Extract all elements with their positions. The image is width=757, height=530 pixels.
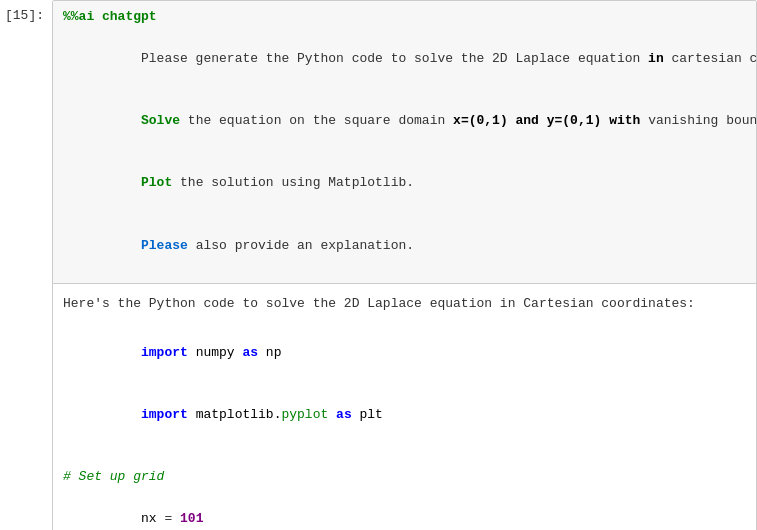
cell-input[interactable]: %%ai chatgpt Please generate the Python … [53,1,756,284]
import-kw1: import [141,345,188,360]
and-keyword: and [516,113,539,128]
input-line3: Plot the solution using Matplotlib. [63,153,746,215]
line2-mid: the equation on the square domain [180,113,453,128]
code-output: import numpy as np import matplotlib.pyp… [63,322,746,530]
as-kw2: as [336,407,352,422]
cell-label: [15]: [0,0,52,26]
import-kw2: import [141,407,188,422]
input-line2: Solve the equation on the square domain … [63,90,746,152]
comment-grid: # Set up grid [63,467,746,488]
line3-end: the solution using Matplotlib. [172,175,414,190]
rest-line1: cartesian coordinates. [664,51,757,66]
with-keyword: with [609,113,640,128]
magic-command: %%ai chatgpt [63,7,746,28]
please-text-1: Please generate the Python code to solve… [141,51,648,66]
as-kw1: as [242,345,258,360]
solve-keyword: Solve [141,113,180,128]
blank1 [63,447,746,468]
val-101-1: 101 [180,511,203,526]
code-import1: import numpy as np [63,322,746,384]
y-range: y=(0,1) [547,113,602,128]
cell-content: %%ai chatgpt Please generate the Python … [52,0,757,530]
jupyter-cell: [15]: %%ai chatgpt Please generate the P… [0,0,757,530]
line2-with [601,113,609,128]
in-keyword: in [648,51,664,66]
line4-end: also provide an explanation. [188,238,414,253]
x-range: x=(0,1) [453,113,508,128]
output-intro: Here's the Python code to solve the 2D L… [63,294,746,314]
input-line4: Please also provide an explanation. [63,215,746,277]
plot-keyword: Plot [141,175,172,190]
pyplot-attr: pyplot [281,407,328,422]
line2-end: vanishing boundary conditions. [640,113,757,128]
input-line1: Please generate the Python code to solve… [63,28,746,90]
line2-and2 [539,113,547,128]
line2-and [508,113,516,128]
please-keyword: Please [141,238,188,253]
code-import2: import matplotlib.pyplot as plt [63,384,746,446]
code-nx: nx = 101 [63,488,746,530]
cell-output: Here's the Python code to solve the 2D L… [53,284,756,530]
